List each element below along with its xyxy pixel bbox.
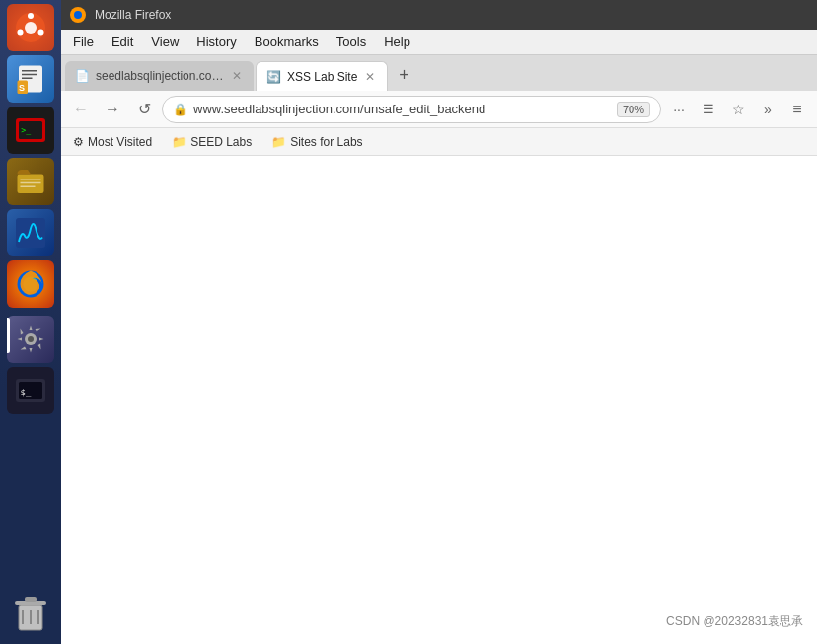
taskbar-icon-wireshark[interactable]	[7, 209, 54, 256]
bookmark-button[interactable]: ☆	[724, 96, 752, 123]
most-visited-label: Most Visited	[88, 135, 152, 149]
svg-rect-18	[16, 218, 45, 248]
menu-tools[interactable]: Tools	[329, 33, 374, 51]
taskbar-icon-terminal2[interactable]: $_	[7, 367, 54, 414]
menu-history[interactable]: History	[188, 33, 244, 51]
svg-point-33	[74, 11, 82, 19]
sites-for-labs-icon: 📁	[271, 135, 286, 149]
svg-rect-7	[22, 74, 37, 76]
svg-point-2	[28, 13, 34, 19]
svg-point-1	[25, 22, 37, 34]
menu-edit[interactable]: Edit	[104, 33, 141, 51]
menu-button[interactable]: ≡	[783, 96, 811, 123]
address-bar[interactable]: 🔒 www.seedlabsqlinjection.com/unsafe_edi…	[162, 96, 661, 123]
taskbar-icon-text-editor[interactable]: S	[7, 55, 54, 103]
svg-point-3	[38, 30, 44, 36]
reader-mode-button[interactable]: ☰	[695, 96, 722, 123]
taskbar: S >_	[0, 0, 61, 644]
svg-rect-17	[21, 186, 36, 188]
menu-help[interactable]: Help	[376, 33, 418, 51]
bookmark-sites-for-labs[interactable]: 📁 Sites for Labs	[267, 133, 366, 151]
menu-file[interactable]: File	[65, 33, 102, 51]
back-button[interactable]: ←	[67, 96, 95, 123]
menu-bookmarks[interactable]: Bookmarks	[247, 33, 327, 51]
svg-rect-15	[21, 179, 41, 180]
bookmarks-bar: ⚙ Most Visited 📁 SEED Labs 📁 Sites for L…	[61, 128, 817, 156]
overflow-icon: »	[764, 102, 772, 117]
browser-window: Mozilla Firefox File Edit View History B…	[61, 0, 817, 644]
menu-view[interactable]: View	[143, 33, 186, 51]
tab-icon-xss: 🔄	[266, 70, 281, 84]
reload-icon: ↺	[138, 100, 151, 118]
toolbar: ← → ↺ 🔒 www.seedlabsqlinjection.com/unsa…	[61, 91, 817, 128]
tabbar: 📄 seedlabsqlinjection.com/u... ✕ 🔄 XSS L…	[61, 55, 817, 91]
taskbar-icon-trash[interactable]	[7, 589, 54, 636]
svg-text:S: S	[19, 83, 25, 93]
tab-xss[interactable]: 🔄 XSS Lab Site ✕	[256, 61, 388, 91]
most-visited-icon: ⚙	[73, 135, 84, 149]
lock-icon: 🔒	[173, 103, 187, 116]
tab-icon-seedlab: 📄	[75, 69, 90, 83]
new-tab-button[interactable]: +	[390, 61, 417, 89]
svg-point-22	[28, 336, 34, 342]
taskbar-icon-settings[interactable]	[7, 316, 54, 363]
watermark: CSDN @20232831袁思承	[666, 613, 803, 630]
bookmark-most-visited[interactable]: ⚙ Most Visited	[69, 133, 156, 151]
titlebar: Mozilla Firefox	[61, 0, 817, 30]
sites-for-labs-label: Sites for Labs	[290, 135, 362, 149]
reload-button[interactable]: ↺	[130, 96, 158, 123]
seed-labs-icon: 📁	[172, 135, 186, 149]
forward-button[interactable]: →	[99, 96, 126, 123]
taskbar-icon-ubuntu[interactable]	[7, 4, 54, 51]
taskbar-icon-file-manager[interactable]	[7, 158, 54, 205]
svg-point-4	[18, 30, 24, 36]
svg-rect-6	[22, 70, 37, 72]
svg-text:>_: >_	[21, 125, 31, 135]
toolbar-actions: ··· ☰ ☆ » ≡	[665, 96, 811, 123]
svg-rect-8	[22, 78, 33, 80]
hamburger-icon: ≡	[792, 101, 801, 118]
tab-close-xss[interactable]: ✕	[363, 70, 377, 84]
seed-labs-label: SEED Labs	[190, 135, 252, 149]
url-display: www.seedlabsqlinjection.com/unsafe_edit_…	[193, 102, 611, 116]
tab-seedlab[interactable]: 📄 seedlabsqlinjection.com/u... ✕	[65, 61, 254, 91]
bookmark-icon: ☆	[732, 102, 745, 117]
content-area: CSDN @20232831袁思承	[61, 156, 817, 644]
back-icon: ←	[73, 101, 89, 118]
overflow-button[interactable]: »	[754, 96, 781, 123]
menubar: File Edit View History Bookmarks Tools H…	[61, 30, 817, 55]
reader-icon: ☰	[703, 102, 714, 116]
taskbar-icon-firefox[interactable]	[7, 260, 54, 308]
svg-text:$_: $_	[21, 388, 32, 397]
zoom-badge[interactable]: 70%	[617, 102, 650, 117]
svg-rect-16	[21, 182, 41, 184]
bookmark-seed-labs[interactable]: 📁 SEED Labs	[168, 133, 256, 151]
tab-close-seedlab[interactable]: ✕	[230, 69, 244, 83]
svg-rect-28	[25, 597, 37, 602]
tab-title-xss: XSS Lab Site	[287, 70, 357, 84]
tab-title-seedlab: seedlabsqlinjection.com/u...	[96, 69, 224, 83]
titlebar-title: Mozilla Firefox	[95, 8, 171, 22]
more-options-button[interactable]: ···	[665, 96, 693, 123]
more-options-icon: ···	[673, 102, 685, 117]
forward-icon: →	[105, 101, 120, 118]
taskbar-icon-terminal[interactable]: >_	[7, 107, 54, 154]
